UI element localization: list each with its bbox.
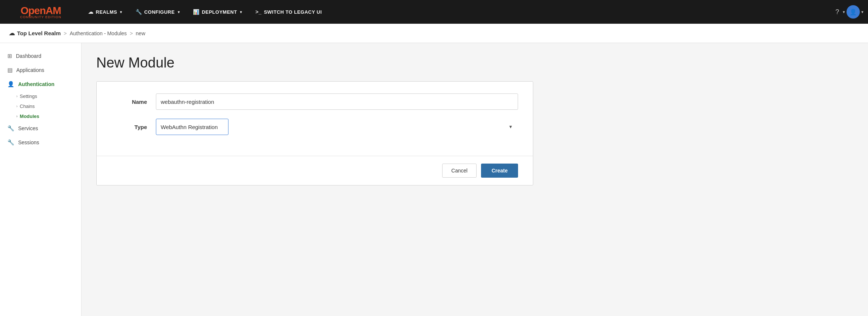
sidebar-item-dashboard[interactable]: ⊞ Dashboard [0,49,81,63]
top-navigation: OpenAM COMMUNITY EDITION ☁ REALMS ▾ 🔧 CO… [0,0,868,24]
type-select[interactable]: WebAuthn Registration WebAuthn Authentic… [156,119,228,135]
chevron-down-icon-3: ▾ [240,10,242,14]
breadcrumb-realm-label: Top Level Realm [17,30,61,36]
sidebar-authentication-label: Authentication [18,81,54,87]
name-row: Name [111,93,518,110]
breadcrumb-section[interactable]: Authentication - Modules [70,30,127,36]
nav-configure[interactable]: 🔧 CONFIGURE ▾ [129,0,187,24]
main-content: New Module Name Type WebAuthn Registrati… [81,43,868,316]
sidebar-item-services[interactable]: 🔧 Services [0,121,81,135]
new-module-form-card: Name Type WebAuthn Registration WebAuthn… [96,81,533,185]
chevron-down-icon-2: ▾ [178,10,180,14]
create-button[interactable]: Create [481,164,518,178]
breadcrumb-current: new [136,30,146,36]
authentication-icon: 👤 [7,81,14,88]
nav-legacy-label: SWITCH TO LEGACY UI [264,9,322,15]
type-row: Type WebAuthn Registration WebAuthn Auth… [111,119,518,135]
nav-legacy[interactable]: >_ SWITCH TO LEGACY UI [249,0,328,24]
wrench-icon: 🔧 [136,9,142,15]
sidebar-chains-label: Chains [20,103,34,109]
deployment-icon: 📊 [193,9,200,15]
breadcrumb-separator-1: > [64,30,67,36]
sidebar-services-label: Services [18,125,38,131]
main-layout: ⊞ Dashboard ▤ Applications 👤 Authenticat… [0,43,868,316]
sidebar-modules-label: Modules [20,113,39,119]
sidebar-item-applications[interactable]: ▤ Applications [0,63,81,77]
type-label: Type [111,124,156,130]
nav-right: ? ▾ 👤 ▾ [833,5,868,19]
nav-configure-label: CONFIGURE [144,9,175,15]
chevron-down-icon: ▾ [120,10,122,14]
sidebar-sessions-label: Sessions [18,139,39,145]
name-input[interactable] [156,93,518,110]
cloud-icon: ☁ [88,9,94,15]
realm-cloud-icon: ☁ [9,30,15,37]
type-select-wrapper: WebAuthn Registration WebAuthn Authentic… [156,119,518,135]
sidebar-applications-label: Applications [16,67,44,73]
form-body: Name Type WebAuthn Registration WebAuthn… [97,82,533,156]
nav-realms-label: REALMS [96,9,117,15]
help-icon[interactable]: ? [833,8,841,16]
sessions-icon: 🔧 [7,139,14,146]
nav-deployment-label: DEPLOYMENT [202,9,237,15]
breadcrumb: ☁ Top Level Realm > Authentication - Mod… [0,24,868,43]
caret-chains: › [16,104,17,108]
dashboard-icon: ⊞ [7,53,12,59]
cancel-button[interactable]: Cancel [442,164,477,178]
page-title: New Module [96,55,853,71]
caret-settings: › [16,94,17,98]
form-footer: Cancel Create [97,156,533,185]
sidebar-sub-settings[interactable]: › Settings [0,91,81,101]
sidebar-sub-chains[interactable]: › Chains [0,101,81,111]
logo-sub: COMMUNITY EDITION [20,15,61,19]
name-label: Name [111,99,156,105]
sidebar-settings-label: Settings [20,93,37,99]
breadcrumb-realm[interactable]: ☁ Top Level Realm [9,30,61,37]
sidebar-item-authentication[interactable]: 👤 Authentication [0,77,81,91]
avatar-caret[interactable]: ▾ [861,10,864,14]
caret-modules: › [16,114,17,118]
nav-items: ☁ REALMS ▾ 🔧 CONFIGURE ▾ 📊 DEPLOYMENT ▾ … [81,0,833,24]
sidebar-dashboard-label: Dashboard [16,53,41,59]
sidebar: ⊞ Dashboard ▤ Applications 👤 Authenticat… [0,43,81,316]
logo[interactable]: OpenAM COMMUNITY EDITION [0,0,81,24]
applications-icon: ▤ [7,67,13,73]
sidebar-sub-modules[interactable]: › Modules [0,111,81,121]
services-icon: 🔧 [7,125,14,132]
sidebar-item-sessions[interactable]: 🔧 Sessions [0,135,81,149]
user-avatar[interactable]: 👤 [847,5,860,19]
nav-realms[interactable]: ☁ REALMS ▾ [81,0,129,24]
breadcrumb-separator-2: > [130,30,133,36]
help-caret[interactable]: ▾ [843,10,845,14]
nav-deployment[interactable]: 📊 DEPLOYMENT ▾ [186,0,248,24]
terminal-icon: >_ [256,9,262,15]
